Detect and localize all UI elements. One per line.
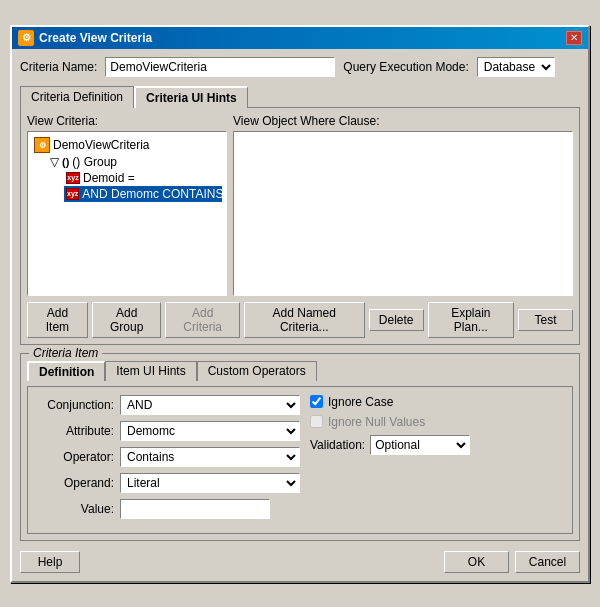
root-icon: ⚙ <box>34 137 50 153</box>
tab-criteria-ui-hints[interactable]: Criteria UI Hints <box>134 86 248 108</box>
window-title: Create View Criteria <box>39 31 152 45</box>
explain-plan-button[interactable]: Explain Plan... <box>428 302 514 338</box>
query-exec-select[interactable]: Database <box>477 57 555 77</box>
ignore-null-row: Ignore Null Values <box>310 415 566 429</box>
test-button[interactable]: Test <box>518 309 573 331</box>
ok-cancel-buttons: OK Cancel <box>444 551 580 573</box>
value-row: Value: <box>34 499 300 519</box>
validation-row: Validation: Optional Required None <box>310 435 566 455</box>
value-label: Value: <box>34 502 114 516</box>
inner-panel-content: Conjunction: AND OR Attribute: Demomc <box>34 395 566 525</box>
group-expand-icon: ▽ <box>50 155 59 169</box>
add-criteria-button[interactable]: Add Criteria <box>165 302 239 338</box>
main-window: ⚙ Create View Criteria ✕ Criteria Name: … <box>10 25 590 583</box>
conjunction-row: Conjunction: AND OR <box>34 395 300 415</box>
title-bar: ⚙ Create View Criteria ✕ <box>12 27 588 49</box>
tree-item-demomc[interactable]: xyz AND Demomc CONTAINS <box>64 186 222 202</box>
inner-tab-definition[interactable]: Definition <box>27 361 105 381</box>
add-group-button[interactable]: Add Group <box>92 302 162 338</box>
attribute-row: Attribute: Demomc <box>34 421 300 441</box>
inner-panel: Conjunction: AND OR Attribute: Demomc <box>27 386 573 534</box>
operator-label: Operator: <box>34 450 114 464</box>
tab-criteria-definition[interactable]: Criteria Definition <box>20 86 134 108</box>
add-named-criteria-button[interactable]: Add Named Criteria... <box>244 302 365 338</box>
window-body: Criteria Name: Query Execution Mode: Dat… <box>12 49 588 581</box>
criteria-item-legend: Criteria Item <box>29 346 102 360</box>
ignore-case-checkbox[interactable] <box>310 395 323 408</box>
action-buttons: Add Item Add Group Add Criteria Add Name… <box>27 302 573 338</box>
attribute-label: Attribute: <box>34 424 114 438</box>
validation-label: Validation: <box>310 438 365 452</box>
tree-item-root[interactable]: ⚙ DemoViewCriteria <box>32 136 222 154</box>
attr-icon-demoid: xyz <box>66 172 80 184</box>
conjunction-select[interactable]: AND OR <box>120 395 300 415</box>
ignore-null-checkbox[interactable] <box>310 415 323 428</box>
view-criteria-section: View Criteria: ⚙ DemoViewCriteria ▽ () (… <box>27 114 227 296</box>
add-item-button[interactable]: Add Item <box>27 302 88 338</box>
criteria-name-input[interactable] <box>105 57 335 77</box>
criteria-item-group: Criteria Item Definition Item UI Hints C… <box>20 353 580 541</box>
bottom-buttons: Help OK Cancel <box>20 551 580 573</box>
operator-row: Operator: Contains <box>34 447 300 467</box>
right-form: Ignore Case Ignore Null Values Validatio… <box>300 395 566 525</box>
ignore-null-label: Ignore Null Values <box>328 415 425 429</box>
view-criteria-tree: ⚙ DemoViewCriteria ▽ () () Group xyz Dem… <box>27 131 227 296</box>
criteria-name-label: Criteria Name: <box>20 60 97 74</box>
inner-tab-item-ui-hints[interactable]: Item UI Hints <box>105 361 196 381</box>
tree-item-demoid[interactable]: xyz Demoid = <box>64 170 222 186</box>
inner-tab-custom-operators[interactable]: Custom Operators <box>197 361 317 381</box>
ok-button[interactable]: OK <box>444 551 509 573</box>
operand-row: Operand: Literal <box>34 473 300 493</box>
operand-label: Operand: <box>34 476 114 490</box>
title-bar-left: ⚙ Create View Criteria <box>18 30 152 46</box>
validation-select[interactable]: Optional Required None <box>370 435 470 455</box>
inner-tabs: Definition Item UI Hints Custom Operator… <box>27 360 573 380</box>
two-col-layout: View Criteria: ⚙ DemoViewCriteria ▽ () (… <box>27 114 573 296</box>
left-form: Conjunction: AND OR Attribute: Demomc <box>34 395 300 525</box>
tree-item-group-label: () Group <box>72 155 117 169</box>
close-button[interactable]: ✕ <box>566 31 582 45</box>
tree-item-demomc-label: AND Demomc CONTAINS <box>82 187 223 201</box>
operator-select[interactable]: Contains <box>120 447 300 467</box>
ignore-case-label: Ignore Case <box>328 395 393 409</box>
view-criteria-label: View Criteria: <box>27 114 227 128</box>
cancel-button[interactable]: Cancel <box>515 551 580 573</box>
tree-item-group[interactable]: ▽ () () Group <box>48 154 222 170</box>
header-row: Criteria Name: Query Execution Mode: Dat… <box>20 57 580 77</box>
operand-select[interactable]: Literal <box>120 473 300 493</box>
main-tabs: Criteria Definition Criteria UI Hints Vi… <box>20 85 580 345</box>
tree-item-root-label: DemoViewCriteria <box>53 138 149 152</box>
conjunction-label: Conjunction: <box>34 398 114 412</box>
help-button[interactable]: Help <box>20 551 80 573</box>
group-paren-icon: () <box>62 156 69 168</box>
ignore-case-row: Ignore Case <box>310 395 566 409</box>
main-tab-list: Criteria Definition Criteria UI Hints <box>20 85 580 107</box>
attribute-select[interactable]: Demomc <box>120 421 300 441</box>
delete-button[interactable]: Delete <box>369 309 424 331</box>
value-input[interactable] <box>120 499 270 519</box>
attr-icon-demomc: xyz <box>66 188 79 200</box>
tree-item-demoid-label: Demoid = <box>83 171 135 185</box>
main-panel: View Criteria: ⚙ DemoViewCriteria ▽ () (… <box>20 107 580 345</box>
where-clause-area <box>233 131 573 296</box>
where-clause-label: View Object Where Clause: <box>233 114 573 128</box>
query-exec-label: Query Execution Mode: <box>343 60 468 74</box>
window-icon: ⚙ <box>18 30 34 46</box>
where-clause-section: View Object Where Clause: <box>233 114 573 296</box>
